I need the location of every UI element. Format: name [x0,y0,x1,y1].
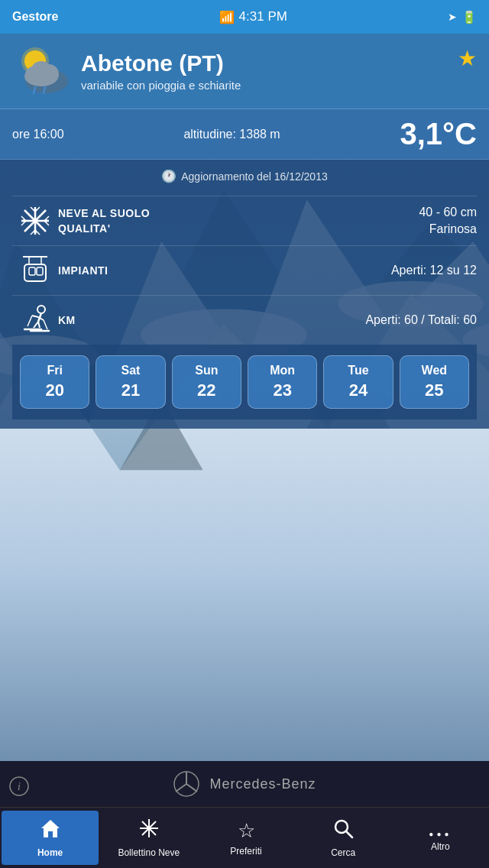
mercedes-logo [173,770,200,798]
details-panel: 🕐 Aggiornamento del 16/12/2013 [0,160,489,429]
impianti-content: IMPIANTI Aperti: 12 su 12 [58,264,477,277]
tab-altro[interactable]: ●●● Altro [392,808,489,868]
svg-line-46 [34,322,38,328]
mercedes-text: Mercedes-Benz [209,776,316,792]
favorite-star[interactable]: ★ [458,46,477,71]
neve-value: 40 - 60 cm [419,206,477,219]
temperature: 3,1°C [400,117,477,151]
tab-home-label: Home [37,847,63,858]
tab-cerca-label: Cerca [331,847,355,858]
svg-rect-41 [37,267,43,275]
star-tab-icon: ☆ [238,819,255,843]
update-row: 🕐 Aggiornamento del 16/12/2013 [12,169,477,183]
more-icon: ●●● [429,824,452,838]
tab-home[interactable]: Home [2,811,99,865]
qualita-label: QUALITA' [58,222,150,235]
tab-bollettino[interactable]: Bollettino Neve [100,808,197,868]
svg-point-63 [147,827,151,831]
snow-content: NEVE AL SUOLO QUALITA' 40 - 60 cm Farino… [58,206,477,236]
day-sun-name: Sun [195,364,218,377]
svg-line-55 [186,784,197,792]
tab-cerca[interactable]: Cerca [295,808,392,868]
day-mon-num: 23 [273,381,291,400]
day-tue-name: Tue [348,364,368,377]
weather-header: Abetone (PT) variabile con pioggia e sch… [0,34,489,109]
km-label: KM [58,314,76,326]
search-icon [332,818,354,844]
day-wed-num: 25 [425,381,443,400]
svg-line-65 [346,831,352,837]
current-time: ore 16:00 [12,128,64,141]
mercedes-bar: Mercedes-Benz i [0,761,489,807]
day-tue-num: 24 [349,381,368,400]
day-sat-num: 21 [121,381,140,400]
km-content: KM Aperti: 60 / Totali: 60 [58,313,477,327]
svg-line-50 [28,316,32,326]
day-fri-num: 20 [45,381,63,400]
tab-bollettino-label: Bollettino Neve [118,847,180,858]
svg-text:i: i [18,781,21,792]
svg-line-44 [32,316,38,317]
tab-preferiti[interactable]: ☆ Preferiti [197,808,294,868]
update-text: Aggiornamento del 16/12/2013 [181,170,327,183]
clock: 4:31 PM [239,9,287,24]
city-name: Abetone (PT) [81,50,458,76]
tab-altro-label: Altro [431,841,450,852]
status-right: ➤ 🔋 [448,10,477,24]
weather-icon [12,44,73,98]
location-icon: ➤ [448,11,457,23]
wifi-icon: 📶 [219,10,235,24]
home-icon [40,818,61,844]
svg-line-51 [44,320,47,329]
day-tue[interactable]: Tue 24 [323,355,393,409]
info-button[interactable]: i [9,776,29,799]
day-wed[interactable]: Wed 25 [400,355,469,409]
altitude: altitudine: 1388 m [183,128,280,141]
neve-label: NEVE AL SUOLO [58,207,150,219]
qualita-value: Farinosa [429,222,477,236]
snow-detail-row: NEVE AL SUOLO QUALITA' 40 - 60 cm Farino… [12,196,477,245]
snow-icon [138,818,160,844]
day-mon[interactable]: Mon 23 [248,355,317,409]
day-wed-name: Wed [422,364,447,377]
day-sat[interactable]: Sat 21 [96,355,165,409]
svg-point-42 [37,306,45,313]
clock-icon: 🕐 [161,169,176,183]
day-sun-num: 22 [197,381,215,400]
impianti-value: Aperti: 12 su 12 [391,264,477,277]
header-text: Abetone (PT) variabile con pioggia e sch… [73,50,458,92]
impianti-label: IMPIANTI [58,264,108,277]
km-value: Aperti: 60 / Totali: 60 [365,313,477,327]
carrier: Gestore [12,10,58,24]
day-sun[interactable]: Sun 22 [172,355,241,409]
svg-line-54 [176,784,186,792]
svg-rect-40 [29,267,35,275]
impianti-detail-row: IMPIANTI Aperti: 12 su 12 [12,245,477,295]
svg-marker-58 [41,820,60,837]
status-bar: Gestore 📶 4:31 PM ➤ 🔋 [0,0,489,34]
svg-point-23 [33,219,37,223]
info-row: ore 16:00 altitudine: 1388 m 3,1°C [0,109,489,160]
km-detail-row: KM Aperti: 60 / Totali: 60 [12,295,477,345]
battery-icon: 🔋 [461,10,477,24]
weather-description: variabile con pioggia e schiarite [81,79,458,92]
days-row: Fri 20 Sat 21 Sun 22 Mon 23 Tue 24 Wed 2… [12,345,477,419]
snowflake-icon [12,204,58,238]
day-sat-name: Sat [121,364,141,377]
day-mon-name: Mon [270,364,295,377]
tab-preferiti-label: Preferiti [230,846,261,857]
bottom-area: Mercedes-Benz i Home [0,761,489,868]
gondola-icon [12,254,58,287]
svg-line-47 [38,322,40,328]
day-fri-name: Fri [47,364,62,377]
day-fri[interactable]: Fri 20 [20,355,89,409]
skier-icon [12,303,58,337]
main-card: Abetone (PT) variabile con pioggia e sch… [0,34,489,429]
tab-bar: Home Bollettino Neve ☆ Preferiti [0,807,489,868]
svg-point-16 [31,61,52,83]
